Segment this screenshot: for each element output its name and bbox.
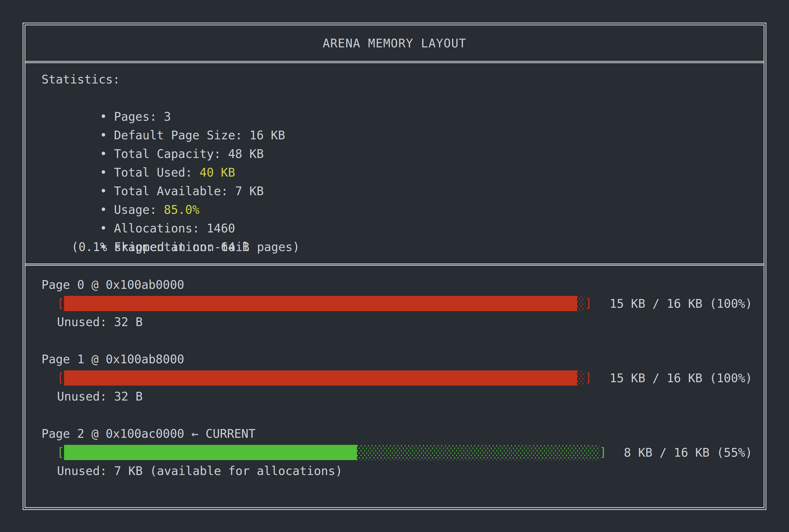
memory-bar-unused-region <box>577 296 585 311</box>
memory-bar-fill <box>64 370 577 386</box>
fragmentation-footnote: (0.1% skipped in non-tail pages) <box>41 238 764 256</box>
memory-bar-row: [ ] 8 KB / 16 KB (55%) <box>41 443 764 462</box>
stat-value: 1460 <box>207 222 235 235</box>
stat-value-highlighted: 40 KB <box>200 166 235 179</box>
memory-bar <box>64 296 585 311</box>
page-2-block: Page 2 @ 0x100ac0000 ← CURRENT [ ] 8 KB … <box>41 424 764 480</box>
memory-bar-fill <box>64 445 357 460</box>
bar-open-bracket: [ <box>57 443 64 462</box>
title-bar: ARENA MEMORY LAYOUT <box>25 25 764 61</box>
page-heading: Page 1 @ 0x100ab8000 <box>41 350 764 369</box>
memory-bar-row: [ ] 15 KB / 16 KB (100%) <box>41 294 764 313</box>
bullet-icon: • <box>100 219 114 238</box>
stat-label: Pages: <box>114 110 157 124</box>
bar-usage-label: 15 KB / 16 KB (100%) <box>609 297 752 310</box>
bullet-icon: • <box>100 145 114 163</box>
stats-divider <box>25 264 764 266</box>
stat-value: 48 KB <box>228 147 264 161</box>
terminal-screen: { "title": "ARENA MEMORY LAYOUT", "color… <box>0 0 789 532</box>
bar-close-bracket: ] <box>585 369 592 387</box>
memory-bar-unused-region <box>357 445 599 460</box>
stat-label: Allocations: <box>114 222 200 235</box>
stat-label: Total Used: <box>114 166 192 179</box>
bullet-icon: • <box>100 108 114 126</box>
page-1-block: Page 1 @ 0x100ab8000 [ ] 15 KB / 16 KB (… <box>41 350 764 406</box>
page-heading: Page 0 @ 0x100ab0000 <box>41 276 764 294</box>
page-title: ARENA MEMORY LAYOUT <box>323 36 467 50</box>
memory-bar-row: [ ] 15 KB / 16 KB (100%) <box>41 369 764 387</box>
bullet-icon: • <box>100 126 114 145</box>
bar-close-bracket: ] <box>599 443 606 462</box>
bar-usage-label: 15 KB / 16 KB (100%) <box>609 371 752 385</box>
bar-open-bracket: [ <box>57 369 64 387</box>
stat-label: Total Capacity: <box>114 147 221 161</box>
arena-layout-frame: ARENA MEMORY LAYOUT Statistics: •Pages:3… <box>23 23 766 510</box>
title-divider <box>25 61 764 63</box>
unused-line: Unused: 32 B <box>41 387 764 406</box>
memory-bar-unused-region <box>577 370 585 386</box>
unused-line: Unused: 32 B <box>41 313 764 331</box>
stat-label: Default Page Size: <box>114 128 242 142</box>
memory-bar-fill <box>64 296 577 311</box>
stat-label: Total Available: <box>114 184 228 198</box>
memory-bar <box>64 445 599 460</box>
bar-usage-label: 8 KB / 16 KB (55%) <box>624 446 752 459</box>
bar-close-bracket: ] <box>585 294 592 313</box>
page-heading: Page 2 @ 0x100ac0000 ← CURRENT <box>41 424 764 443</box>
bar-open-bracket: [ <box>57 294 64 313</box>
stat-value-highlighted: 85.0% <box>164 203 199 217</box>
bullet-icon: • <box>100 182 114 201</box>
stat-value: 7 KB <box>235 184 264 198</box>
pages-panel: Page 0 @ 0x100ab0000 [ ] 15 KB / 16 KB (… <box>25 266 764 480</box>
memory-bar <box>64 370 585 386</box>
statistics-header: Statistics: <box>41 70 764 89</box>
statistics-panel: Statistics: •Pages:3 •Default Page Size:… <box>25 63 764 264</box>
bullet-icon: • <box>100 201 114 219</box>
stat-row-pages: •Pages:3 <box>41 89 764 108</box>
stat-value: 16 KB <box>249 128 285 142</box>
page-0-block: Page 0 @ 0x100ab0000 [ ] 15 KB / 16 KB (… <box>41 276 764 331</box>
unused-line: Unused: 7 KB (available for allocations) <box>41 462 764 480</box>
stat-value: 3 <box>164 110 171 124</box>
stat-label: Usage: <box>114 203 157 217</box>
bullet-icon: • <box>100 163 114 182</box>
